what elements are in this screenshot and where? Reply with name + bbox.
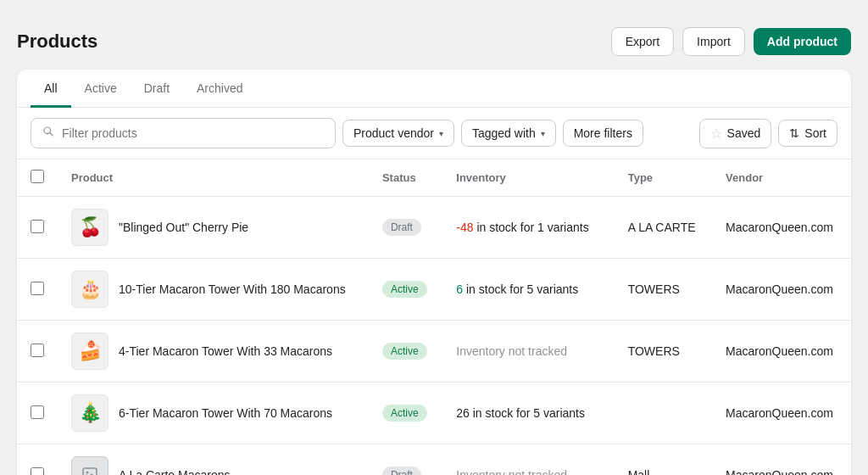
svg-rect-0 — [83, 468, 97, 475]
product-thumbnail: 🍒 — [71, 209, 108, 246]
product-name: "Blinged Out" Cherry Pie — [119, 221, 248, 234]
filters-row: Product vendor ▾ Tagged with ▾ More filt… — [17, 108, 851, 159]
inventory-column-header: Inventory — [442, 159, 614, 197]
select-all-checkbox[interactable] — [31, 170, 44, 183]
search-input[interactable] — [62, 126, 325, 140]
table-row: 🍒"Blinged Out" Cherry PieDraft-48 in sto… — [17, 197, 851, 259]
table-row: 🍰4-Tier Macaron Tower With 33 MacaronsAc… — [17, 321, 851, 383]
row-checkbox-cell — [17, 383, 58, 444]
inventory-cell: Inventory not tracked — [442, 321, 614, 383]
product-cell: 🍰4-Tier Macaron Tower With 33 Macarons — [58, 321, 369, 383]
vendor-cell: MacaronQueen.com — [712, 197, 851, 259]
tab-archived[interactable]: Archived — [183, 70, 256, 108]
status-cell: Draft — [369, 197, 442, 259]
inventory-cell: Inventory not tracked — [442, 444, 614, 476]
add-product-button[interactable]: Add product — [754, 28, 851, 55]
product-thumbnail — [71, 456, 108, 475]
type-cell — [615, 383, 712, 444]
row-checkbox[interactable] — [31, 467, 44, 476]
products-table: Product Status Inventory Type Vendor 🍒"B… — [17, 159, 851, 475]
type-cell: TOWERS — [615, 259, 712, 321]
vendor-cell: MacaronQueen.com — [712, 259, 851, 321]
status-badge: Active — [382, 405, 427, 422]
row-checkbox[interactable] — [31, 405, 44, 419]
page-wrapper: Products Export Import Add product All A… — [17, 17, 851, 475]
import-button[interactable]: Import — [682, 27, 745, 56]
product-name: 6-Tier Macaron Tower With 70 Macarons — [119, 406, 332, 420]
product-vendor-filter[interactable]: Product vendor ▾ — [342, 120, 454, 147]
row-checkbox[interactable] — [31, 344, 44, 357]
vendor-cell: MacaronQueen.com — [712, 383, 851, 444]
status-cell: Draft — [369, 444, 442, 476]
type-cell: Mall — [615, 444, 712, 476]
status-cell: Active — [369, 321, 442, 383]
chevron-down-icon: ▾ — [541, 129, 545, 138]
product-cell: A La Carte Macarons — [58, 444, 369, 476]
tab-all[interactable]: All — [31, 70, 71, 108]
type-column-header: Type — [615, 159, 712, 197]
more-filters-button[interactable]: More filters — [563, 120, 643, 147]
product-cell: 🍒"Blinged Out" Cherry Pie — [58, 197, 369, 259]
tab-active[interactable]: Active — [71, 70, 131, 108]
table-row: A La Carte MacaronsDraftInventory not tr… — [17, 444, 851, 476]
status-column-header: Status — [369, 159, 442, 197]
svg-point-1 — [86, 472, 89, 474]
product-name: 10-Tier Macaron Tower With 180 Macarons — [119, 282, 346, 296]
product-cell: 🎂10-Tier Macaron Tower With 180 Macarons — [58, 259, 369, 321]
table-row: 🎄6-Tier Macaron Tower With 70 MacaronsAc… — [17, 383, 851, 444]
sort-icon: ⇅ — [789, 126, 799, 140]
stock-count: -48 — [456, 221, 473, 234]
row-checkbox-cell — [17, 197, 58, 259]
vendor-column-header: Vendor — [712, 159, 851, 197]
product-cell: 🎄6-Tier Macaron Tower With 70 Macarons — [58, 383, 369, 444]
stock-count: 6 — [456, 282, 463, 296]
page-title: Products — [17, 31, 97, 53]
inventory-cell: 26 in stock for 5 variants — [442, 383, 614, 444]
table-row: 🎂10-Tier Macaron Tower With 180 Macarons… — [17, 259, 851, 321]
product-thumbnail: 🎄 — [71, 394, 108, 432]
status-badge: Draft — [382, 219, 421, 236]
row-checkbox-cell — [17, 321, 58, 383]
tabs-bar: All Active Draft Archived — [17, 70, 851, 108]
sort-button[interactable]: ⇅ Sort — [778, 120, 837, 147]
status-cell: Active — [369, 383, 442, 444]
page-header: Products Export Import Add product — [17, 17, 851, 70]
products-card: All Active Draft Archived Product vendor… — [17, 70, 851, 475]
search-icon — [42, 125, 55, 142]
star-icon: ☆ — [710, 126, 722, 142]
row-checkbox[interactable] — [31, 282, 44, 295]
status-cell: Active — [369, 259, 442, 321]
tab-draft[interactable]: Draft — [131, 70, 183, 108]
header-actions: Export Import Add product — [611, 27, 851, 56]
product-name: A La Carte Macarons — [119, 468, 231, 475]
type-cell: TOWERS — [615, 321, 712, 383]
type-cell: A LA CARTE — [615, 197, 712, 259]
export-button[interactable]: Export — [611, 27, 674, 56]
inventory-cell: -48 in stock for 1 variants — [442, 197, 614, 259]
status-badge: Active — [382, 281, 427, 298]
search-wrap — [31, 118, 336, 148]
stock-count: 26 — [456, 406, 470, 420]
row-checkbox[interactable] — [31, 220, 44, 233]
inventory-cell: 6 in stock for 5 variants — [442, 259, 614, 321]
vendor-cell: MacaronQueen.com — [712, 444, 851, 476]
product-thumbnail: 🎂 — [71, 271, 108, 308]
tagged-with-filter[interactable]: Tagged with ▾ — [461, 120, 556, 147]
product-thumbnail: 🍰 — [71, 332, 108, 370]
vendor-cell: MacaronQueen.com — [712, 321, 851, 383]
row-checkbox-cell — [17, 444, 58, 476]
saved-button[interactable]: ☆ Saved — [699, 119, 772, 148]
row-checkbox-cell — [17, 259, 58, 321]
status-badge: Draft — [382, 467, 421, 475]
select-all-header — [17, 159, 58, 197]
status-badge: Active — [382, 343, 427, 360]
product-column-header: Product — [58, 159, 369, 197]
product-name: 4-Tier Macaron Tower With 33 Macarons — [119, 344, 332, 358]
chevron-down-icon: ▾ — [439, 129, 443, 138]
